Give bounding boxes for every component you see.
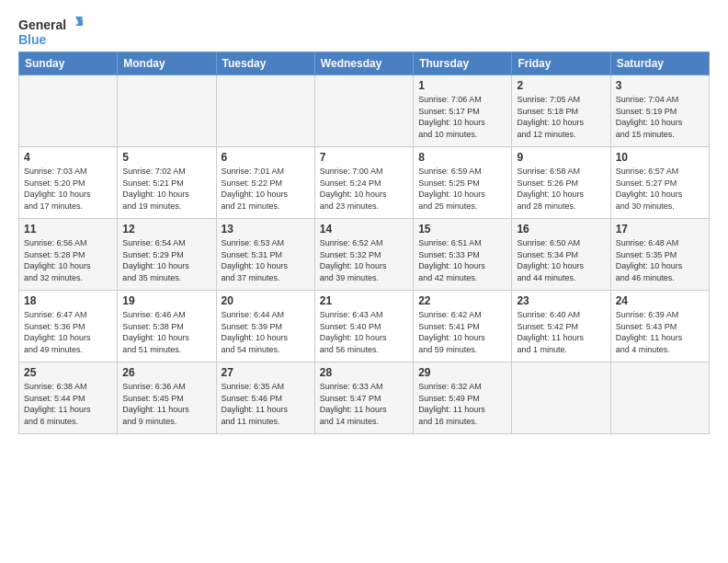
calendar-week-row: 11Sunrise: 6:56 AM Sunset: 5:28 PM Dayli… — [19, 219, 710, 291]
day-info: Sunrise: 6:39 AM Sunset: 5:43 PM Dayligh… — [616, 309, 704, 355]
day-info: Sunrise: 6:36 AM Sunset: 5:45 PM Dayligh… — [122, 381, 210, 427]
calendar-cell — [216, 75, 314, 147]
calendar-cell — [314, 75, 413, 147]
weekday-header-tuesday: Tuesday — [216, 52, 314, 75]
svg-text:General: General — [18, 17, 66, 32]
day-number: 14 — [320, 223, 408, 236]
calendar-cell: 3Sunrise: 7:04 AM Sunset: 5:19 PM Daylig… — [610, 75, 709, 147]
calendar-cell: 14Sunrise: 6:52 AM Sunset: 5:32 PM Dayli… — [314, 219, 413, 291]
day-info: Sunrise: 6:54 AM Sunset: 5:29 PM Dayligh… — [122, 237, 210, 283]
day-info: Sunrise: 6:40 AM Sunset: 5:42 PM Dayligh… — [517, 309, 605, 355]
day-info: Sunrise: 6:48 AM Sunset: 5:35 PM Dayligh… — [616, 237, 704, 283]
calendar-cell: 13Sunrise: 6:53 AM Sunset: 5:31 PM Dayli… — [216, 219, 314, 291]
calendar-cell: 26Sunrise: 6:36 AM Sunset: 5:45 PM Dayli… — [118, 362, 216, 434]
day-info: Sunrise: 6:51 AM Sunset: 5:33 PM Dayligh… — [418, 237, 506, 283]
calendar-cell: 10Sunrise: 6:57 AM Sunset: 5:27 PM Dayli… — [610, 147, 709, 219]
calendar-week-row: 4Sunrise: 7:03 AM Sunset: 5:20 PM Daylig… — [19, 147, 710, 219]
header-row: General Blue — [18, 15, 710, 48]
calendar-cell: 4Sunrise: 7:03 AM Sunset: 5:20 PM Daylig… — [19, 147, 118, 219]
day-number: 9 — [517, 151, 605, 164]
calendar-cell: 22Sunrise: 6:42 AM Sunset: 5:41 PM Dayli… — [414, 291, 512, 362]
day-info: Sunrise: 7:02 AM Sunset: 5:21 PM Dayligh… — [122, 166, 210, 212]
calendar-week-row: 25Sunrise: 6:38 AM Sunset: 5:44 PM Dayli… — [19, 362, 710, 434]
day-info: Sunrise: 6:53 AM Sunset: 5:31 PM Dayligh… — [222, 237, 310, 283]
day-info: Sunrise: 6:59 AM Sunset: 5:25 PM Dayligh… — [418, 166, 506, 212]
day-info: Sunrise: 6:57 AM Sunset: 5:27 PM Dayligh… — [616, 166, 704, 212]
calendar-cell: 7Sunrise: 7:00 AM Sunset: 5:24 PM Daylig… — [314, 147, 413, 219]
day-info: Sunrise: 7:00 AM Sunset: 5:24 PM Dayligh… — [320, 166, 408, 212]
calendar-week-row: 1Sunrise: 7:06 AM Sunset: 5:17 PM Daylig… — [19, 75, 710, 147]
calendar-cell: 17Sunrise: 6:48 AM Sunset: 5:35 PM Dayli… — [610, 219, 709, 291]
calendar-cell: 1Sunrise: 7:06 AM Sunset: 5:17 PM Daylig… — [414, 75, 512, 147]
day-number: 28 — [320, 366, 408, 379]
calendar-cell: 5Sunrise: 7:02 AM Sunset: 5:21 PM Daylig… — [118, 147, 216, 219]
day-number: 25 — [24, 366, 112, 379]
calendar-cell: 28Sunrise: 6:33 AM Sunset: 5:47 PM Dayli… — [314, 362, 413, 434]
calendar-cell — [512, 362, 610, 434]
svg-text:Blue: Blue — [18, 32, 47, 47]
weekday-header-sunday: Sunday — [19, 52, 118, 75]
day-info: Sunrise: 7:04 AM Sunset: 5:19 PM Dayligh… — [616, 94, 704, 140]
day-info: Sunrise: 6:58 AM Sunset: 5:26 PM Dayligh… — [517, 166, 605, 212]
calendar-cell: 24Sunrise: 6:39 AM Sunset: 5:43 PM Dayli… — [610, 291, 709, 362]
day-number: 23 — [517, 294, 605, 307]
calendar-cell: 20Sunrise: 6:44 AM Sunset: 5:39 PM Dayli… — [216, 291, 314, 362]
day-number: 4 — [24, 151, 112, 164]
day-number: 22 — [418, 294, 506, 307]
weekday-header-monday: Monday — [118, 52, 216, 75]
day-number: 16 — [517, 223, 605, 236]
day-number: 18 — [24, 294, 112, 307]
day-number: 6 — [222, 151, 310, 164]
calendar-cell — [118, 75, 216, 147]
day-info: Sunrise: 6:52 AM Sunset: 5:32 PM Dayligh… — [320, 237, 408, 283]
day-info: Sunrise: 7:03 AM Sunset: 5:20 PM Dayligh… — [24, 166, 112, 212]
weekday-header-saturday: Saturday — [610, 52, 709, 75]
day-info: Sunrise: 6:32 AM Sunset: 5:49 PM Dayligh… — [418, 381, 506, 427]
calendar-cell: 23Sunrise: 6:40 AM Sunset: 5:42 PM Dayli… — [512, 291, 610, 362]
day-number: 7 — [320, 151, 408, 164]
day-number: 21 — [320, 294, 408, 307]
weekday-header-row: SundayMondayTuesdayWednesdayThursdayFrid… — [19, 52, 710, 75]
day-number: 8 — [418, 151, 506, 164]
day-number: 17 — [616, 223, 704, 236]
calendar-week-row: 18Sunrise: 6:47 AM Sunset: 5:36 PM Dayli… — [19, 291, 710, 362]
day-number: 13 — [222, 223, 310, 236]
calendar-cell: 6Sunrise: 7:01 AM Sunset: 5:22 PM Daylig… — [216, 147, 314, 219]
day-number: 12 — [122, 223, 210, 236]
day-info: Sunrise: 6:56 AM Sunset: 5:28 PM Dayligh… — [24, 237, 112, 283]
calendar-cell: 29Sunrise: 6:32 AM Sunset: 5:49 PM Dayli… — [414, 362, 512, 434]
calendar-cell: 8Sunrise: 6:59 AM Sunset: 5:25 PM Daylig… — [414, 147, 512, 219]
calendar-cell: 15Sunrise: 6:51 AM Sunset: 5:33 PM Dayli… — [414, 219, 512, 291]
day-number: 20 — [222, 294, 310, 307]
calendar-cell: 21Sunrise: 6:43 AM Sunset: 5:40 PM Dayli… — [314, 291, 413, 362]
day-number: 1 — [418, 79, 506, 92]
day-number: 3 — [616, 79, 704, 92]
weekday-header-thursday: Thursday — [414, 52, 512, 75]
calendar-cell: 16Sunrise: 6:50 AM Sunset: 5:34 PM Dayli… — [512, 219, 610, 291]
logo-svg: General Blue — [18, 15, 83, 48]
calendar-table: SundayMondayTuesdayWednesdayThursdayFrid… — [18, 52, 710, 434]
day-number: 10 — [616, 151, 704, 164]
day-info: Sunrise: 6:47 AM Sunset: 5:36 PM Dayligh… — [24, 309, 112, 355]
calendar-cell: 18Sunrise: 6:47 AM Sunset: 5:36 PM Dayli… — [19, 291, 118, 362]
main-container: General Blue SundayMondayTuesdayWednesda… — [0, 0, 728, 443]
day-info: Sunrise: 7:05 AM Sunset: 5:18 PM Dayligh… — [517, 94, 605, 140]
day-number: 26 — [122, 366, 210, 379]
day-info: Sunrise: 6:35 AM Sunset: 5:46 PM Dayligh… — [222, 381, 310, 427]
calendar-cell: 11Sunrise: 6:56 AM Sunset: 5:28 PM Dayli… — [19, 219, 118, 291]
calendar-cell: 27Sunrise: 6:35 AM Sunset: 5:46 PM Dayli… — [216, 362, 314, 434]
calendar-cell: 12Sunrise: 6:54 AM Sunset: 5:29 PM Dayli… — [118, 219, 216, 291]
day-info: Sunrise: 7:06 AM Sunset: 5:17 PM Dayligh… — [418, 94, 506, 140]
calendar-cell — [19, 75, 118, 147]
day-info: Sunrise: 6:50 AM Sunset: 5:34 PM Dayligh… — [517, 237, 605, 283]
calendar-cell — [610, 362, 709, 434]
day-number: 5 — [122, 151, 210, 164]
day-number: 29 — [418, 366, 506, 379]
weekday-header-friday: Friday — [512, 52, 610, 75]
calendar-cell: 25Sunrise: 6:38 AM Sunset: 5:44 PM Dayli… — [19, 362, 118, 434]
calendar-cell: 9Sunrise: 6:58 AM Sunset: 5:26 PM Daylig… — [512, 147, 610, 219]
day-info: Sunrise: 6:33 AM Sunset: 5:47 PM Dayligh… — [320, 381, 408, 427]
day-number: 24 — [616, 294, 704, 307]
weekday-header-wednesday: Wednesday — [314, 52, 413, 75]
calendar-cell: 2Sunrise: 7:05 AM Sunset: 5:18 PM Daylig… — [512, 75, 610, 147]
